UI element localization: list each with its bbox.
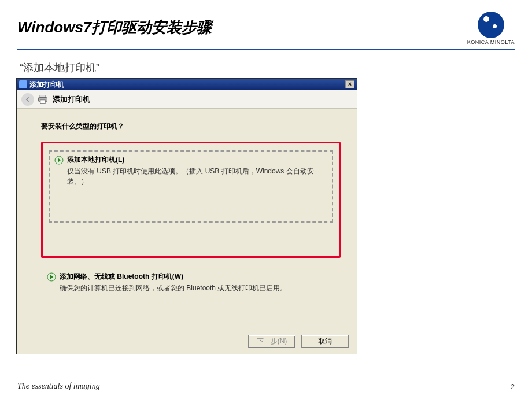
brand-logo: KONICA MINOLTA bbox=[467, 12, 515, 45]
konica-minolta-icon bbox=[478, 12, 504, 38]
wizard-header: 添加打印机 bbox=[17, 90, 357, 109]
footer-tagline: The essentials of imaging bbox=[17, 382, 100, 391]
dialog-content: 要安装什么类型的打印机？ 添加本地打印机(L) 仅当没有 USB 打印机时使用此… bbox=[17, 109, 357, 328]
page-number: 2 bbox=[511, 383, 515, 391]
cancel-button[interactable]: 取消 bbox=[301, 335, 349, 348]
arrow-right-icon bbox=[54, 156, 64, 165]
dialog-window-title: 添加打印机 bbox=[29, 80, 64, 90]
back-arrow-icon[interactable] bbox=[21, 93, 34, 106]
add-printer-dialog: 添加打印机 × 添加打印机 要安装什么类型的打印机？ bbox=[16, 78, 357, 354]
svg-rect-0 bbox=[40, 95, 46, 97]
option-add-local-printer[interactable]: 添加本地打印机(L) 仅当没有 USB 打印机时使用此选项。（插入 USB 打印… bbox=[41, 142, 341, 258]
header-divider bbox=[17, 49, 515, 50]
dialog-titlebar: 添加打印机 × bbox=[17, 79, 357, 90]
brand-name: KONICA MINOLTA bbox=[467, 39, 515, 45]
slide-subtitle: “添加本地打印机” bbox=[20, 61, 515, 75]
option-network-description: 确保您的计算机已连接到网络，或者您的 Bluetooth 或无线打印机已启用。 bbox=[60, 283, 335, 293]
titlebar-app-icon bbox=[19, 80, 27, 88]
option-add-network-printer[interactable]: 添加网络、无线或 Bluetooth 打印机(W) 确保您的计算机已连接到网络，… bbox=[41, 268, 341, 297]
dialog-button-row: 下一步(N) 取消 bbox=[17, 328, 357, 354]
arrow-right-icon bbox=[47, 272, 56, 282]
next-button: 下一步(N) bbox=[248, 335, 295, 348]
close-button[interactable]: × bbox=[345, 80, 354, 88]
option-local-title: 添加本地打印机(L) bbox=[67, 155, 124, 165]
page-title: Windows7打印驱动安装步骤 bbox=[17, 12, 212, 38]
option-network-title: 添加网络、无线或 Bluetooth 打印机(W) bbox=[60, 272, 183, 282]
svg-rect-2 bbox=[40, 99, 45, 103]
wizard-header-text: 添加打印机 bbox=[53, 94, 90, 105]
printer-type-question: 要安装什么类型的打印机？ bbox=[41, 121, 341, 131]
printer-icon bbox=[36, 94, 49, 105]
option-local-description: 仅当没有 USB 打印机时使用此选项。（插入 USB 打印机后，Windows … bbox=[67, 166, 327, 187]
